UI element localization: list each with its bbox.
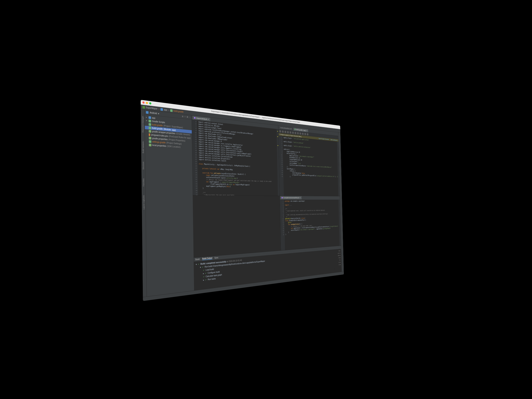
module-icon — [160, 108, 163, 111]
proguard-icon — [149, 133, 150, 136]
code-editor[interactable]: package com.example.supermaper import ..… — [284, 200, 340, 250]
editor-area: MapsActivity.kt × 5 6 7 8 9 10 11 12 13 … — [192, 115, 342, 290]
gradle-icon — [149, 123, 151, 126]
hammer-icon[interactable] — [295, 132, 296, 134]
toolbar-icon[interactable] — [292, 132, 294, 134]
editor-pane-instrumentedtest: ExampleInstrumentedTest.kt × 1 2 3 4 5 6… — [280, 196, 341, 251]
breadcrumb-file[interactable]: build.gradle — [170, 109, 183, 113]
toolbar-icon[interactable] — [290, 131, 291, 134]
editor-pane-buildgradle: AndroidManifest.xml build.gradle (:app) … — [279, 125, 340, 196]
debug-icon[interactable] — [299, 132, 301, 135]
gradle-file-icon — [294, 129, 296, 130]
editor-tab-instrumentedtest[interactable]: ExampleInstrumentedTest.kt × — [280, 196, 302, 199]
build-timings: 25 s 62 ms 20 ms 1 ms 9 s 3 ms 1 ms — [334, 249, 342, 273]
tool-resource-manager[interactable]: Resource Manager — [142, 116, 144, 133]
toolbar-icon[interactable] — [287, 131, 289, 133]
code-editor[interactable]: apply plugin: 'com.android.application' … — [283, 136, 338, 196]
close-tab-icon[interactable]: × — [306, 130, 307, 132]
project-tree: ▸ app ▾ Gradle Scripts build.gradle (Pro… — [145, 114, 192, 150]
project-tool-add-icon[interactable]: ⊕ — [182, 115, 183, 117]
project-tool-hide-icon[interactable]: − — [189, 116, 190, 118]
project-panel: Android ▾ ⊕ ÷ ✿ − ▸ app — [145, 110, 194, 296]
code-editor[interactable]: import android.content.Intent import and… — [197, 120, 278, 196]
editor-pane-mapsactivity: MapsActivity.kt × 5 6 7 8 9 10 11 12 13 … — [192, 115, 280, 196]
project-tool-split-icon[interactable]: ÷ — [184, 115, 185, 118]
kotlin-file-icon — [194, 117, 196, 119]
close-traffic-light[interactable] — [142, 101, 145, 104]
tool-structure[interactable]: Structure — [142, 162, 144, 170]
build-tab-sync[interactable]: Sync — [214, 256, 218, 259]
gradle-icon — [170, 109, 172, 112]
search-icon[interactable] — [307, 133, 308, 135]
project-view-selector[interactable]: Android — [150, 111, 157, 115]
properties-icon — [149, 130, 151, 133]
close-tab-icon[interactable]: × — [300, 197, 300, 199]
ide-window: SuperMaper [~/www/oilly/front/cordova-cl… — [141, 100, 344, 301]
android-view-icon — [146, 111, 148, 114]
nav-fwd-icon[interactable] — [282, 130, 284, 133]
tool-build-variants[interactable]: Build Variants — [142, 141, 144, 153]
gradle-icon — [149, 140, 152, 143]
editor-pane-empty — [193, 195, 281, 258]
tool-favorites[interactable]: Favorites — [142, 178, 145, 186]
properties-icon — [149, 144, 152, 146]
tool-layout-captures[interactable]: Layout Captures — [143, 195, 145, 209]
close-tab-icon[interactable]: × — [208, 118, 209, 120]
breadcrumb-project[interactable]: SuperMaper — [142, 106, 157, 110]
folder-icon — [142, 106, 145, 109]
kotlin-file-icon — [282, 197, 283, 198]
zoom-traffic-light[interactable] — [149, 102, 152, 104]
build-tab-output[interactable]: Build Output — [202, 257, 212, 260]
run-icon[interactable] — [297, 132, 299, 134]
gradle-icon — [148, 120, 151, 122]
gradle-icon — [149, 126, 151, 129]
build-tab-label: Build: — [195, 258, 200, 261]
module-icon — [148, 116, 151, 119]
properties-icon — [149, 137, 152, 140]
toolbar-icon[interactable] — [285, 131, 286, 133]
minimize-traffic-light[interactable] — [146, 102, 148, 104]
toolbar-icon[interactable] — [304, 133, 306, 135]
breadcrumb-module[interactable]: app — [160, 108, 167, 111]
hide-notification-link[interactable]: Hide notification — [330, 139, 337, 141]
stop-icon[interactable] — [302, 133, 304, 135]
project-tool-gear-icon[interactable]: ✿ — [187, 116, 188, 118]
editor-tabstrip-3: ExampleInstrumentedTest.kt × — [280, 196, 340, 200]
nav-back-icon[interactable] — [279, 130, 281, 133]
